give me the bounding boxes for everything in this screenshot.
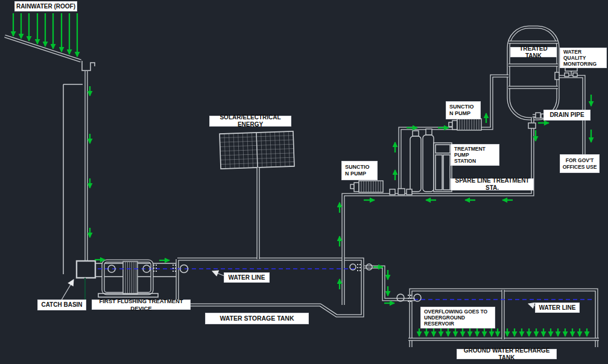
label-water-storage-tank: WATER STORAGE TANK [205, 313, 309, 324]
label-sunction-pump-1: SUNCTIO N PUMP [446, 101, 481, 119]
suction-pump-icon [449, 119, 481, 130]
label-solar: SOLAR/ELECTRICAL ENERGY [209, 116, 291, 127]
label-for-govt-offices: FOR GOV'T OFFICES USE [560, 154, 600, 173]
label-sunction-pump-2: SUNCTIO N PUMP [341, 161, 378, 180]
flow-arrow-icon [13, 13, 591, 336]
label-ground-water-recharge: GROUND WATER RECHARGE TANK [457, 349, 557, 359]
pipe-flanges [108, 264, 421, 302]
label-rainwater-roof: RAINWATER (ROOF) [14, 1, 77, 11]
treatment-cylinders-icon [410, 129, 434, 192]
label-first-flushing: FIRST FLUSHING TREATMENT DEVICE [92, 300, 191, 310]
label-water-quality-monitoring: WATER QUALITY MONITORING [560, 48, 607, 68]
label-overflowing: OVERFLOWING GOES TO UNDERGROUND RESERVOI… [420, 307, 495, 328]
water-line-dash-icon [98, 269, 594, 300]
label-drain-pipe: DRAIN PIPE [543, 110, 591, 121]
label-water-line-1: WATER LINE [224, 272, 270, 283]
label-catch-basin: CATCH BASIN [37, 300, 86, 310]
label-treated-tank: TREATED TANK [510, 47, 557, 57]
water-storage-tank-icon [177, 259, 363, 316]
label-treatment-pump-station: TREATMENT PUMP STATION [451, 144, 499, 166]
building-wall [63, 84, 83, 274]
treatment-unit-icon [434, 143, 452, 192]
treated-tank-icon [508, 27, 558, 119]
label-spare-line: SPARE LINE TREATMENT STA. [451, 178, 534, 190]
suction-pump-icon [350, 181, 383, 192]
drain-valve-icon [528, 113, 545, 128]
gutter-icon [82, 61, 95, 71]
label-water-line-2: WATER LINE [535, 303, 580, 313]
solar-panel-icon [220, 131, 294, 259]
schematic-canvas: RAINWATER (ROOF) SOLAR/ELECTRICAL ENERGY… [0, 0, 608, 364]
